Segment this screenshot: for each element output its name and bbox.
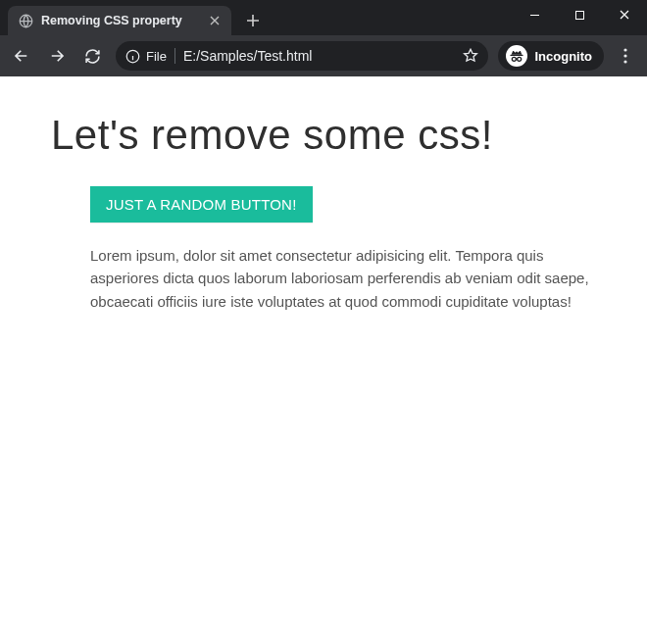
- browser-tab[interactable]: Removing CSS property: [8, 6, 231, 35]
- tab-title: Removing CSS property: [41, 14, 200, 27]
- globe-icon: [18, 13, 33, 28]
- incognito-badge[interactable]: Incognito: [498, 41, 605, 71]
- svg-point-5: [517, 57, 521, 61]
- random-button[interactable]: JUST A RANDOM BUTTON!: [90, 186, 313, 223]
- minimize-button[interactable]: [512, 0, 557, 29]
- forward-button[interactable]: [41, 40, 73, 72]
- page-heading: Let's remove some css!: [51, 112, 614, 159]
- incognito-label: Incognito: [535, 49, 593, 64]
- omnibox-divider: [174, 48, 175, 64]
- page-viewport: Let's remove some css! JUST A RANDOM BUT…: [0, 76, 647, 644]
- svg-rect-3: [510, 55, 523, 56]
- window-controls: [512, 0, 647, 29]
- address-bar[interactable]: File: [116, 41, 488, 71]
- close-tab-icon[interactable]: [208, 14, 222, 27]
- svg-point-8: [623, 60, 626, 63]
- reload-button[interactable]: [76, 40, 108, 72]
- svg-point-7: [623, 54, 626, 57]
- file-chip-label: File: [146, 49, 167, 64]
- site-info-chip[interactable]: File: [125, 49, 167, 64]
- info-icon: [125, 49, 140, 64]
- maximize-button[interactable]: [557, 0, 602, 29]
- title-bar: Removing CSS property: [0, 0, 647, 35]
- incognito-icon: [506, 45, 527, 67]
- browser-toolbar: File Incognito: [0, 35, 647, 76]
- browser-menu-button[interactable]: [610, 40, 641, 72]
- close-window-button[interactable]: [602, 0, 647, 29]
- back-button[interactable]: [6, 40, 37, 72]
- url-input[interactable]: [183, 48, 455, 64]
- svg-rect-1: [575, 11, 583, 19]
- bookmark-star-icon[interactable]: [463, 48, 478, 64]
- lorem-paragraph: Lorem ipsum, dolor sit amet consectetur …: [90, 244, 590, 313]
- page-content: Let's remove some css! JUST A RANDOM BUT…: [0, 76, 647, 313]
- new-tab-button[interactable]: [239, 7, 267, 34]
- svg-point-6: [623, 48, 626, 51]
- svg-point-4: [512, 57, 516, 61]
